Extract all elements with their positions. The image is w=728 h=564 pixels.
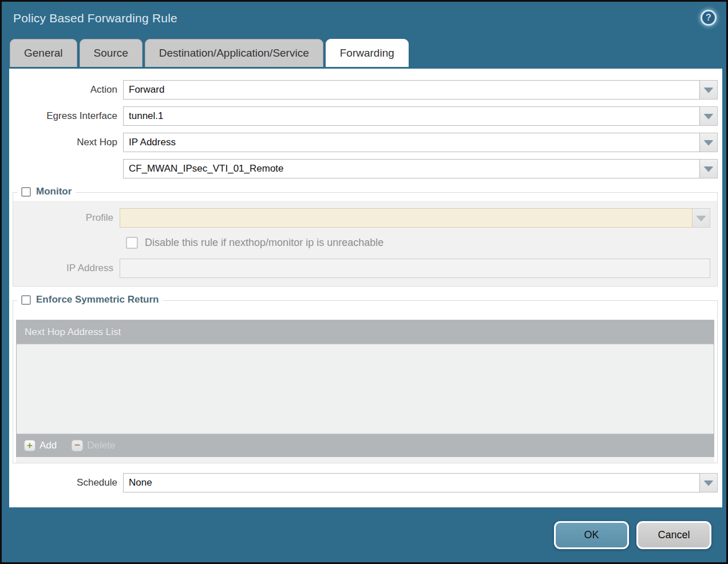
egress-interface-dropdown-button[interactable] [700,106,718,126]
delete-button-label: Delete [87,440,115,451]
dialog-button-bar: OK Cancel [554,521,711,549]
symmetric-return-legend-label: Enforce Symmetric Return [36,294,159,305]
profile-label: Profile [13,212,120,224]
next-hop-row: Next Hop IP Address [9,133,718,152]
dialog-title: Policy Based Forwarding Rule [13,11,177,25]
tab-source[interactable]: Source [80,39,143,67]
tab-destination-application-service[interactable]: Destination/Application/Service [145,39,323,67]
tab-destination-label: Destination/Application/Service [159,47,309,59]
disable-rule-label: Disable this rule if nexthop/monitor ip … [145,237,383,249]
next-hop-address-input[interactable]: CF_MWAN_IPsec_VTI_01_Remote [123,159,700,178]
action-label: Action [9,84,123,96]
help-glyph: ? [706,13,711,23]
symmetric-return-groupbox: Enforce Symmetric Return Next Hop Addres… [13,300,718,463]
disable-rule-row: Disable this rule if nexthop/monitor ip … [126,235,717,251]
monitor-fields: Profile Disable this rule if nexthop/mon… [13,201,717,286]
help-icon[interactable]: ? [701,10,717,26]
action-row: Action Forward [9,80,718,100]
profile-row: Profile [13,208,710,228]
ok-button-label: OK [584,529,599,541]
cancel-button[interactable]: Cancel [636,521,711,549]
chevron-down-icon [704,166,713,172]
egress-interface-label: Egress Interface [9,110,123,122]
next-hop-address-table-header: Next Hop Address List [17,320,714,344]
tab-forwarding-label: Forwarding [340,47,394,59]
next-hop-address-dropdown-button[interactable] [700,159,718,178]
add-button[interactable]: + Add [24,440,57,451]
chevron-down-icon [704,114,713,119]
forwarding-tab-panel: Action Forward Egress Interface tunnel.1… [9,69,722,507]
monitor-ip-row: IP Address [13,259,710,278]
monitor-legend-label: Monitor [36,186,72,197]
monitor-checkbox[interactable] [21,187,31,197]
next-hop-label: Next Hop [9,137,123,148]
minus-icon: − [72,440,83,451]
monitor-ip-label: IP Address [13,263,120,274]
action-select[interactable]: Forward [123,80,700,100]
dialog-titlebar: Policy Based Forwarding Rule [2,2,726,39]
monitor-groupbox: Monitor Profile Disable this rule if nex… [13,192,718,287]
chevron-down-icon [704,140,713,145]
tab-general[interactable]: General [10,39,77,67]
next-hop-address-row: CF_MWAN_IPsec_VTI_01_Remote [9,159,718,178]
next-hop-select[interactable]: IP Address [123,133,700,152]
profile-dropdown-button [693,208,710,228]
next-hop-address-table-header-label: Next Hop Address List [25,327,121,338]
schedule-select[interactable]: None [123,473,700,492]
next-hop-dropdown-button[interactable] [700,133,718,152]
profile-select [120,208,693,228]
tab-source-label: Source [94,47,128,59]
symmetric-return-checkbox[interactable] [21,295,31,305]
symmetric-return-legend: Enforce Symmetric Return [17,294,163,305]
ok-button[interactable]: OK [554,521,629,549]
tab-general-label: General [24,47,63,59]
monitor-legend: Monitor [17,186,76,197]
plus-icon: + [24,440,35,451]
schedule-label: Schedule [9,477,123,488]
disable-rule-checkbox [126,237,138,249]
monitor-ip-input [120,259,710,278]
schedule-dropdown-button[interactable] [700,473,718,492]
chevron-down-icon [704,480,713,486]
delete-button: − Delete [72,440,115,451]
egress-interface-select[interactable]: tunnel.1 [123,106,700,126]
next-hop-address-table-footer: + Add − Delete [17,434,714,456]
action-dropdown-button[interactable] [700,80,718,100]
table-footer-spacer [16,457,714,463]
cancel-button-label: Cancel [658,529,690,541]
next-hop-address-table-body[interactable] [17,344,714,434]
tab-bar: General Source Destination/Application/S… [2,39,726,67]
egress-interface-row: Egress Interface tunnel.1 [9,106,718,126]
chevron-down-icon [704,88,713,93]
next-hop-address-table: Next Hop Address List + Add − Delete [16,320,714,457]
chevron-down-icon [697,216,706,221]
add-button-label: Add [39,440,57,451]
tab-forwarding[interactable]: Forwarding [326,39,409,67]
schedule-row: Schedule None [9,473,718,492]
